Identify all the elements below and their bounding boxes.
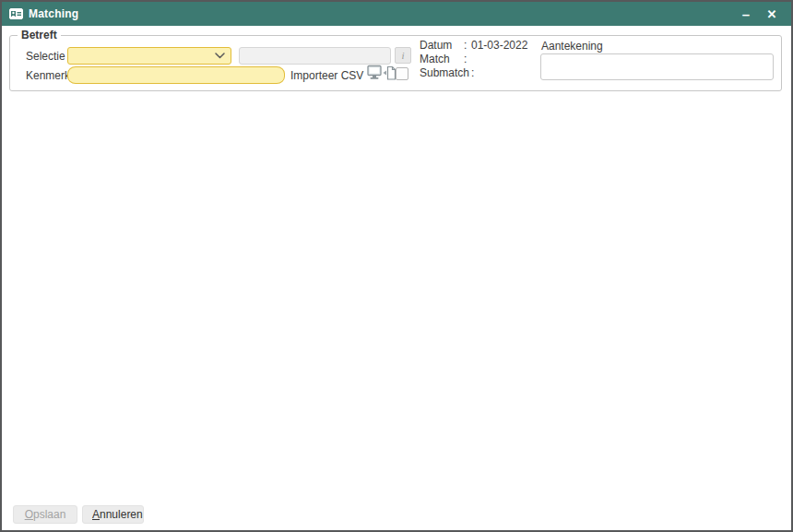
opslaan-button-rest: pslaan [33, 508, 65, 521]
info-button[interactable]: i [395, 47, 411, 64]
aantekening-field[interactable] [540, 53, 774, 80]
betreft-fieldset: Betreft Selectie i Kenmerk Importeer CSV [9, 35, 782, 91]
selectie-dropdown[interactable] [67, 47, 231, 65]
datum-colon: : [464, 39, 471, 53]
annuleren-button[interactable]: Annuleren [82, 505, 144, 524]
kenmerk-field[interactable] [67, 66, 285, 84]
contact-card-icon [9, 8, 23, 19]
opslaan-button[interactable]: Opslaan [13, 505, 77, 524]
datum-value: 01-03-2022 [471, 39, 527, 53]
selectie-detail-field [239, 47, 391, 65]
annuleren-button-rest: nnuleren [100, 508, 143, 521]
match-row: Match : [420, 53, 527, 66]
aantekening-label: Aantekening [541, 40, 603, 53]
meta-rows: Datum : 01-03-2022 Match : Submatch : [420, 39, 527, 80]
minimize-button[interactable]: – [736, 5, 756, 23]
submatch-row: Submatch : [420, 66, 527, 80]
submatch-label: Submatch [420, 66, 471, 80]
datum-row: Datum : 01-03-2022 [420, 39, 527, 53]
window-title: Matching [29, 7, 78, 20]
titlebar: Matching – ✕ [2, 2, 791, 26]
submatch-colon: : [471, 66, 479, 80]
betreft-legend: Betreft [18, 29, 61, 41]
datum-label: Datum [420, 39, 464, 53]
importeer-csv-label: Importeer CSV [290, 69, 363, 82]
import-csv-icon[interactable] [367, 65, 396, 83]
selectie-label: Selectie [26, 50, 65, 63]
matching-dialog: Matching – ✕ Betreft Selectie i Kenmerk … [0, 0, 793, 532]
chevron-down-icon [215, 53, 225, 59]
opslaan-button-key: O [25, 508, 33, 521]
close-button[interactable]: ✕ [762, 5, 782, 23]
kenmerk-label: Kenmerk [26, 69, 70, 82]
annuleren-button-key: A [92, 508, 100, 521]
match-label: Match [420, 53, 464, 66]
match-colon: : [464, 53, 471, 66]
importeer-csv-checkbox[interactable] [396, 67, 408, 80]
